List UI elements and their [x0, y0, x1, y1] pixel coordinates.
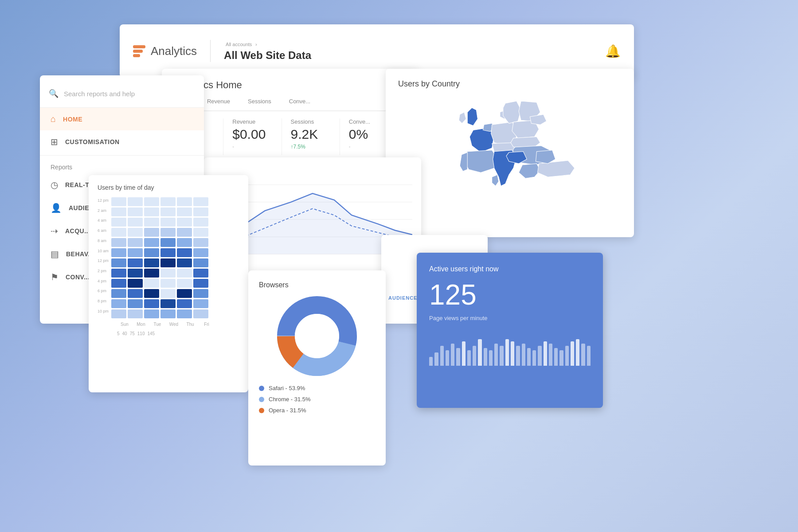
heatmap-cell: [160, 258, 176, 267]
heatmap-card: Users by time of day 12 pm 2 am 4 am 6 a…: [89, 175, 248, 392]
heatmap-cell: [144, 207, 159, 216]
conversions-icon: ⚑: [51, 272, 59, 282]
heatmap-cell: [111, 258, 126, 267]
heatmap-cell: [177, 228, 192, 237]
heatmap-cell: [193, 269, 208, 278]
home-label: HOME: [63, 116, 82, 123]
heatmap-cell: [193, 309, 208, 318]
chrome-label: Chrome - 31.5%: [269, 396, 311, 403]
mini-bar: [440, 346, 444, 366]
heatmap-cell: [177, 279, 192, 288]
tab-revenue[interactable]: Revenue: [207, 98, 230, 110]
heatmap-cell: [193, 279, 208, 288]
heatmap-cell: [193, 207, 208, 216]
opera-dot: [259, 408, 264, 413]
metric-label: Revenue: [232, 118, 272, 125]
mini-bar: [434, 352, 438, 366]
mini-bar: [484, 348, 487, 366]
heatmap-cell: [111, 269, 126, 278]
heatmap-cell: [177, 258, 192, 267]
acquisition-label: ACQU...: [65, 227, 90, 235]
heatmap-cell: [193, 238, 208, 247]
heatmap-cell: [177, 218, 192, 227]
heatmap-cell: [144, 289, 159, 298]
heatmap-cell: [144, 269, 159, 278]
mini-bar: [532, 350, 536, 366]
heatmap-cell: [177, 207, 192, 216]
heatmap-cell: [144, 299, 159, 308]
notification-bell-icon[interactable]: 🔔: [605, 44, 621, 59]
mini-bar: [549, 344, 552, 366]
heatmap-cell: [160, 248, 176, 257]
metric-revenue: Revenue $0.00 -: [232, 118, 282, 155]
heatmap-cell: [193, 197, 208, 206]
mini-bar: [516, 346, 520, 366]
tab-sessions[interactable]: Sessions: [248, 98, 271, 110]
heatmap-cell: [193, 218, 208, 227]
opera-label: Opera - 31.5%: [269, 407, 306, 414]
safari-label: Safari - 53.9%: [269, 385, 305, 391]
donut-chart: [259, 296, 375, 376]
heatmap-cell: [128, 258, 143, 267]
heatmap-cell: [193, 289, 208, 298]
heatmap-cell: [160, 299, 176, 308]
heatmap-cell: [177, 309, 192, 318]
heatmap-cell: [177, 248, 192, 257]
sidebar-item-home[interactable]: ⌂ HOME: [40, 108, 204, 130]
app-name: Analytics: [151, 44, 197, 58]
search-input[interactable]: Search reports and help: [64, 90, 135, 98]
metric-label: Conve...: [349, 118, 389, 125]
heatmap-cell: [128, 279, 143, 288]
active-users-title: Active users right now: [429, 265, 591, 273]
mini-bar: [478, 339, 481, 366]
heatmap-cell: [144, 197, 159, 206]
heatmap-days: SunMonTueWedThuFri: [98, 322, 239, 327]
heatmap-cell: [193, 228, 208, 237]
mini-bar: [581, 344, 585, 366]
tab-conversions[interactable]: Conve...: [289, 98, 310, 110]
heatmap-cell: [160, 218, 176, 227]
search-icon: 🔍: [49, 89, 59, 98]
heatmap-legend: 5 40 75 110 145: [98, 331, 239, 336]
heatmap-cell: [111, 248, 126, 257]
browsers-card: Browsers Safari - 53.9% Chrome - 31.5%: [248, 270, 386, 466]
heatmap-cell: [144, 228, 159, 237]
country-map: [398, 95, 622, 228]
page-title: All Web Site Data: [224, 49, 311, 62]
active-users-count: 125: [429, 278, 591, 311]
conversions-label: CONV...: [66, 274, 90, 281]
mini-bar: [451, 344, 454, 366]
heatmap-cell: [111, 279, 126, 288]
mini-bar: [473, 346, 476, 366]
heatmap-cell: [144, 248, 159, 257]
metric-sessions: Sessions 9.2K ↑7.5%: [291, 118, 340, 155]
heatmap-cell: [144, 279, 159, 288]
search-row[interactable]: 🔍 Search reports and help: [40, 84, 204, 108]
mini-bar: [559, 350, 563, 366]
mini-bar: [576, 339, 579, 366]
mini-bar-chart: [429, 330, 591, 366]
heatmap-cell: [177, 197, 192, 206]
mini-bar: [511, 341, 514, 366]
breadcrumb-link[interactable]: All accounts ›: [224, 41, 311, 47]
legend-opera: Opera - 31.5%: [259, 407, 375, 414]
heatmap-cell: [177, 238, 192, 247]
metric-sub: -: [232, 144, 272, 149]
top-bar-divider: [210, 40, 211, 62]
mini-bar: [538, 346, 541, 366]
mini-bar: [571, 341, 574, 366]
sidebar-item-customisation[interactable]: ⊞ CUSTOMISATION: [40, 130, 204, 153]
customisation-label: CUSTOMISATION: [65, 138, 120, 145]
logo-area: Analytics: [133, 44, 197, 58]
heatmap-cell: [111, 197, 126, 206]
home-icon: ⌂: [51, 114, 56, 124]
heatmap-cell: [111, 299, 126, 308]
mini-bar: [429, 357, 433, 366]
heatmap-cell: [111, 207, 126, 216]
metric-sub: -: [349, 144, 389, 149]
mini-bar: [500, 346, 503, 366]
metrics-tabs: Users Revenue Sessions Conve...: [174, 98, 407, 111]
mini-bar: [527, 348, 531, 366]
heatmap-cell: [128, 218, 143, 227]
metric-value: 0%: [349, 127, 389, 142]
